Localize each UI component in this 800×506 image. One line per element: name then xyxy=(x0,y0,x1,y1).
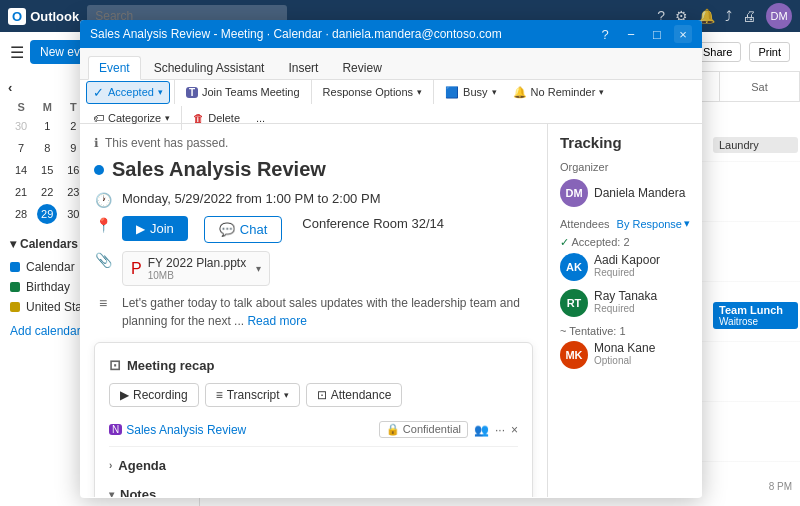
attendee-name: Aadi Kapoor xyxy=(594,253,660,267)
recording-icon: ▶ xyxy=(120,388,129,402)
organizer-label: Organizer xyxy=(560,161,690,173)
chevron-down-icon: ▾ xyxy=(109,489,114,497)
join-teams-button[interactable]: T Join Teams Meeting xyxy=(179,82,307,102)
event-attachment-row: 📎 P FY 2022 Plan.pptx 10MB ▾ xyxy=(94,251,533,286)
attendee-item: AK Aadi Kapoor Required xyxy=(560,253,690,281)
organizer-item: DM Daniela Mandera xyxy=(560,179,690,207)
chevron-right-icon: › xyxy=(109,460,112,471)
people-icon[interactable]: 👥 xyxy=(474,423,489,437)
attendee-avatar: MK xyxy=(560,341,588,369)
organizer-avatar: DM xyxy=(560,179,588,207)
outlook-shell: O Outlook ? ⚙ 🔔 ⤴ 🖨 DM ☰ New event ‹ May… xyxy=(0,0,800,506)
response-options-button[interactable]: Response Options ▾ xyxy=(316,82,430,102)
transcript-icon: ≡ xyxy=(216,388,223,402)
by-response-button[interactable]: By Response ▾ xyxy=(617,217,690,230)
join-button[interactable]: ▶ Join xyxy=(122,216,188,241)
hamburger-menu[interactable]: ☰ xyxy=(10,43,24,62)
tab-event[interactable]: Event xyxy=(88,56,141,80)
chevron-down-icon: ▾ xyxy=(10,237,16,251)
read-more-link[interactable]: Read more xyxy=(247,314,306,328)
prev-month-btn[interactable]: ‹ xyxy=(8,80,12,95)
attachment-name: FY 2022 Plan.pptx xyxy=(148,256,247,270)
minimize-icon[interactable]: − xyxy=(622,25,640,43)
chevron-down-icon: ▾ xyxy=(684,217,690,230)
tab-review[interactable]: Review xyxy=(331,56,392,79)
modal-ribbon: Event Scheduling Assistant Insert Review xyxy=(80,48,702,80)
maximize-icon[interactable]: □ xyxy=(648,25,666,43)
attendees-label: Attendees xyxy=(560,218,610,230)
attachment-item[interactable]: P FY 2022 Plan.pptx 10MB ▾ xyxy=(122,251,270,286)
modal-titlebar: Sales Analysis Review - Meeting · Calend… xyxy=(80,20,702,48)
close-icon[interactable]: × xyxy=(511,423,518,437)
cal-day[interactable]: 22 xyxy=(37,182,57,202)
attendee-info: Mona Kane Optional xyxy=(594,341,655,366)
help-icon[interactable]: ? xyxy=(596,25,614,43)
cal-day[interactable]: 15 xyxy=(37,160,57,180)
attendee-info: Ray Tanaka Required xyxy=(594,289,657,314)
chevron-down-icon: ▾ xyxy=(158,87,163,97)
tab-scheduling-assistant[interactable]: Scheduling Assistant xyxy=(143,56,276,79)
tracking-panel: Tracking Organizer DM Daniela Mandera At… xyxy=(547,124,702,497)
recap-notes-section: ▾ Notes • Organically grow the holistic … xyxy=(109,484,518,497)
recap-icon: ⊡ xyxy=(109,357,121,373)
accepted-button[interactable]: ✓ Accepted ▾ xyxy=(86,81,170,104)
event-join-row: 📍 ▶ Join 💬 Chat Conference Room 32/14 xyxy=(94,216,533,243)
chevron-down-icon: ▾ xyxy=(492,87,497,97)
no-reminder-button[interactable]: 🔔 No Reminder ▾ xyxy=(506,82,612,103)
clock-icon: 🕐 xyxy=(94,192,112,208)
app-logo: O Outlook xyxy=(8,8,79,25)
recap-title: ⊡ Meeting recap xyxy=(109,357,518,373)
calendar-color-dot xyxy=(10,302,20,312)
chevron-down-icon: ▾ xyxy=(165,113,170,123)
tracking-title: Tracking xyxy=(560,134,690,151)
recap-notes-toggle[interactable]: ▾ Notes xyxy=(109,484,518,497)
recap-actions: ▶ Recording ≡ Transcript ▾ ⊡ Attendance xyxy=(109,383,518,407)
info-icon: ℹ xyxy=(94,136,99,150)
recap-link-icons: 🔒 Confidential 👥 ··· × xyxy=(379,421,518,438)
attachment-icon: 📎 xyxy=(94,252,112,268)
calendar-color-dot xyxy=(10,262,20,272)
modal-overlay: Sales Analysis Review - Meeting · Calend… xyxy=(80,20,800,498)
attendees-header: Attendees By Response ▾ xyxy=(560,217,690,230)
recap-link-row: N Sales Analysis Review 🔒 Confidential 👥… xyxy=(109,417,518,447)
modal-title: Sales Analysis Review - Meeting · Calend… xyxy=(90,27,590,41)
chat-button[interactable]: 💬 Chat xyxy=(204,216,282,243)
attendance-button[interactable]: ⊡ Attendance xyxy=(306,383,403,407)
chevron-down-icon: ▾ xyxy=(599,87,604,97)
pptx-icon: P xyxy=(131,260,142,278)
attendee-item: RT Ray Tanaka Required xyxy=(560,289,690,317)
busy-button[interactable]: 🟦 Busy ▾ xyxy=(438,82,503,103)
event-color-dot xyxy=(94,165,104,175)
cal-day[interactable]: 28 xyxy=(11,204,31,224)
confidential-badge: 🔒 Confidential xyxy=(379,421,468,438)
recap-doc-link[interactable]: N Sales Analysis Review xyxy=(109,423,246,437)
cal-day[interactable]: 8 xyxy=(37,138,57,158)
event-datetime-row: 🕐 Monday, 5/29/2022 from 1:00 PM to 2:00… xyxy=(94,191,533,208)
recording-button[interactable]: ▶ Recording xyxy=(109,383,199,407)
modal-main-panel: ℹ This event has passed. Sales Analysis … xyxy=(80,124,547,497)
tentative-label: ~ Tentative: 1 xyxy=(560,325,690,337)
calendar-color-dot xyxy=(10,282,20,292)
cal-day[interactable]: 7 xyxy=(11,138,31,158)
cal-day[interactable]: 21 xyxy=(11,182,31,202)
modal-content: ℹ This event has passed. Sales Analysis … xyxy=(80,124,702,497)
cal-day[interactable]: 14 xyxy=(11,160,31,180)
chevron-down-icon: ▾ xyxy=(284,390,289,400)
check-icon: ✓ xyxy=(93,85,104,100)
cal-day[interactable]: 1 xyxy=(37,116,57,136)
attendee-role: Required xyxy=(594,267,660,278)
location-icon: 📍 xyxy=(94,217,112,233)
attachment-size: 10MB xyxy=(148,270,247,281)
modal-window-controls: ? − □ × xyxy=(596,25,692,43)
attendee-item: MK Mona Kane Optional xyxy=(560,341,690,369)
toolbar-separator xyxy=(311,80,312,104)
recap-agenda-toggle[interactable]: › Agenda xyxy=(109,455,518,476)
cal-day[interactable]: 30 xyxy=(11,116,31,136)
cal-day-today[interactable]: 29 xyxy=(37,204,57,224)
event-title: Sales Analysis Review xyxy=(94,158,533,181)
more-icon[interactable]: ··· xyxy=(495,423,505,437)
close-icon[interactable]: × xyxy=(674,25,692,43)
tab-insert[interactable]: Insert xyxy=(277,56,329,79)
attendee-role: Required xyxy=(594,303,657,314)
transcript-button[interactable]: ≡ Transcript ▾ xyxy=(205,383,300,407)
